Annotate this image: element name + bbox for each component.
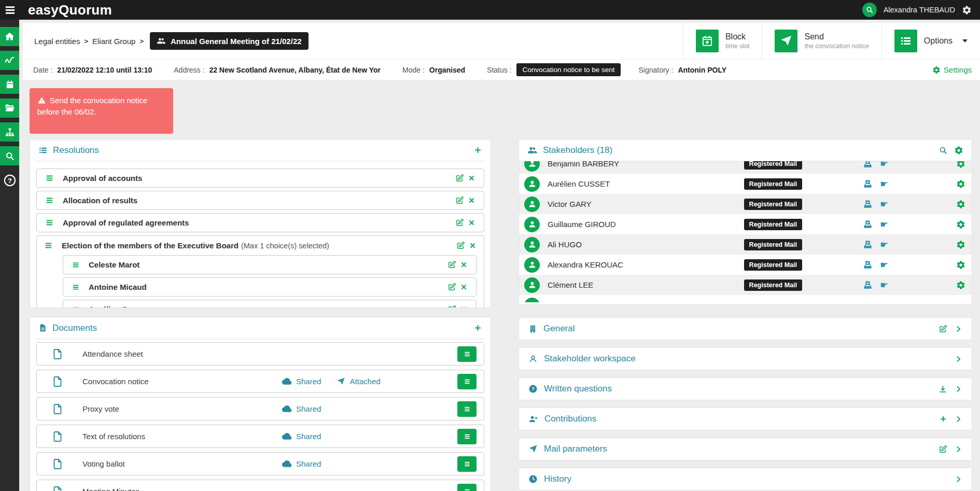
vote-ballot-icon[interactable] bbox=[863, 199, 873, 209]
section-general[interactable]: General bbox=[519, 317, 972, 340]
stakeholders-title: Stakeholders (18) bbox=[543, 145, 612, 156]
drag-handle-icon[interactable] bbox=[45, 196, 54, 205]
section-stakeholder-workspace[interactable]: Stakeholder workspace bbox=[519, 347, 972, 370]
delete-x-icon[interactable] bbox=[460, 261, 468, 269]
settings-button[interactable]: Settings bbox=[932, 65, 972, 74]
chevron-right-icon[interactable] bbox=[955, 415, 962, 423]
hand-pointer-icon[interactable]: ☛ bbox=[880, 161, 888, 169]
cloud-icon bbox=[282, 404, 292, 414]
edit-icon[interactable] bbox=[447, 305, 456, 308]
document-menu-button[interactable] bbox=[457, 346, 477, 362]
resolution-item: Approval of regulated agreements bbox=[36, 213, 484, 232]
menu-burger-icon[interactable] bbox=[0, 0, 20, 20]
chevron-right-icon[interactable] bbox=[955, 385, 962, 393]
send-convocation-button[interactable]: Send the convocation notice bbox=[762, 23, 881, 59]
document-menu-button[interactable] bbox=[457, 456, 477, 472]
sidebar-sitemap-button[interactable] bbox=[0, 122, 19, 142]
breadcrumb-eliant-group[interactable]: Eliant Group bbox=[92, 37, 135, 46]
row-gear-icon[interactable] bbox=[956, 179, 965, 189]
drag-handle-icon[interactable] bbox=[45, 218, 54, 227]
sidebar-calendar-button[interactable] bbox=[0, 75, 19, 94]
row-gear-icon[interactable] bbox=[956, 260, 965, 270]
document-menu-button[interactable] bbox=[457, 429, 477, 444]
add-resolution-button[interactable] bbox=[473, 146, 482, 155]
row-gear-icon[interactable] bbox=[956, 240, 965, 249]
block-time-slot-button[interactable]: Block time slot bbox=[683, 23, 762, 59]
sidebar-home-button[interactable] bbox=[0, 27, 19, 46]
gear-icon[interactable] bbox=[954, 146, 963, 155]
section-history[interactable]: History bbox=[519, 468, 972, 490]
hand-pointer-icon[interactable]: ☛ bbox=[880, 280, 888, 290]
vote-ballot-icon[interactable] bbox=[863, 219, 873, 229]
chevron-right-icon[interactable] bbox=[955, 325, 962, 333]
delete-x-icon[interactable] bbox=[460, 283, 468, 291]
document-menu-button[interactable] bbox=[457, 401, 477, 417]
add-document-button[interactable] bbox=[473, 324, 482, 332]
options-dropdown-button[interactable]: Options bbox=[881, 23, 980, 59]
stakeholder-row[interactable]: Victor GARY Registered Mail ☛ bbox=[519, 194, 972, 214]
edit-icon[interactable] bbox=[455, 196, 464, 205]
document-menu-button[interactable] bbox=[457, 484, 477, 491]
help-button[interactable]: ? bbox=[3, 174, 17, 187]
breadcrumb-legal-entities[interactable]: Legal entities bbox=[34, 37, 80, 46]
drag-handle-icon[interactable] bbox=[44, 241, 53, 250]
edit-icon[interactable] bbox=[939, 325, 947, 333]
hand-pointer-icon[interactable]: ☛ bbox=[880, 240, 888, 249]
section-contributions[interactable]: Contributions bbox=[519, 408, 972, 430]
row-gear-icon[interactable] bbox=[956, 220, 965, 229]
users-icon bbox=[157, 36, 166, 46]
section-mail-parameters[interactable]: Mail parameters bbox=[519, 438, 972, 460]
current-user-name[interactable]: Alexandra THEBAUD bbox=[884, 6, 955, 14]
edit-icon[interactable] bbox=[939, 445, 947, 454]
search-icon[interactable] bbox=[939, 146, 948, 155]
global-search-button[interactable] bbox=[862, 3, 877, 17]
sidebar-documents-button[interactable] bbox=[0, 99, 19, 118]
hand-pointer-icon[interactable]: ☛ bbox=[880, 179, 888, 189]
edit-icon[interactable] bbox=[455, 174, 464, 183]
row-gear-icon[interactable] bbox=[956, 200, 965, 209]
edit-icon[interactable] bbox=[456, 241, 465, 250]
hand-pointer-icon[interactable]: ☛ bbox=[880, 200, 888, 209]
delete-x-icon[interactable] bbox=[468, 197, 475, 204]
row-gear-icon[interactable] bbox=[956, 161, 965, 169]
chevron-right-icon[interactable] bbox=[955, 355, 962, 363]
vote-ballot-icon[interactable] bbox=[863, 179, 873, 189]
chevron-right-icon[interactable] bbox=[955, 445, 962, 453]
drag-handle-icon[interactable] bbox=[72, 305, 80, 308]
plus-icon[interactable] bbox=[939, 415, 947, 423]
vote-ballot-icon[interactable] bbox=[863, 280, 873, 290]
vote-ballot-icon[interactable] bbox=[863, 240, 873, 249]
user-settings-gear-icon[interactable] bbox=[962, 5, 972, 15]
edit-icon[interactable] bbox=[447, 260, 456, 269]
stakeholder-row[interactable]: Ali HUGO Registered Mail ☛ bbox=[519, 234, 972, 255]
sidebar-activity-button[interactable] bbox=[0, 51, 19, 70]
delete-x-icon[interactable] bbox=[468, 219, 475, 227]
document-menu-button[interactable] bbox=[457, 374, 477, 389]
delete-x-icon[interactable] bbox=[469, 242, 477, 249]
hand-pointer-icon[interactable]: ☛ bbox=[880, 260, 888, 270]
delete-x-icon[interactable] bbox=[460, 305, 468, 308]
stakeholder-row[interactable]: Guillaume GIROUD Registered Mail ☛ bbox=[519, 214, 972, 234]
drag-handle-icon[interactable] bbox=[72, 283, 80, 291]
stakeholder-row[interactable]: Alexandra KEROUAC Registered Mail ☛ bbox=[519, 255, 972, 275]
signatory-label: Signatory : bbox=[638, 66, 673, 74]
drag-handle-icon[interactable] bbox=[72, 261, 80, 269]
section-written-questions[interactable]: ? Written questions bbox=[519, 377, 972, 400]
stakeholder-row[interactable]: Benjamin BARBERY Registered Mail ☛ bbox=[519, 161, 972, 174]
edit-icon[interactable] bbox=[455, 218, 464, 227]
chevron-right-icon[interactable] bbox=[955, 475, 962, 483]
download-icon[interactable] bbox=[939, 385, 947, 394]
search-icon bbox=[865, 6, 874, 14]
vote-ballot-icon[interactable] bbox=[863, 161, 873, 169]
stakeholder-row[interactable]: Clément LEE Registered Mail ☛ bbox=[519, 275, 972, 295]
row-gear-icon[interactable] bbox=[956, 280, 965, 290]
stakeholders-list[interactable]: Benjamin BARBERY Registered Mail ☛ Aurél… bbox=[519, 161, 972, 302]
drag-handle-icon[interactable] bbox=[45, 174, 54, 183]
sidebar-search-button[interactable] bbox=[0, 146, 19, 165]
vote-ballot-icon[interactable] bbox=[863, 260, 873, 270]
edit-icon[interactable] bbox=[447, 283, 456, 291]
stakeholder-row[interactable]: Aurélien CUSSET Registered Mail ☛ bbox=[519, 174, 972, 194]
stakeholder-row-partial[interactable] bbox=[519, 295, 972, 302]
hand-pointer-icon[interactable]: ☛ bbox=[880, 220, 888, 229]
delete-x-icon[interactable] bbox=[468, 174, 475, 182]
